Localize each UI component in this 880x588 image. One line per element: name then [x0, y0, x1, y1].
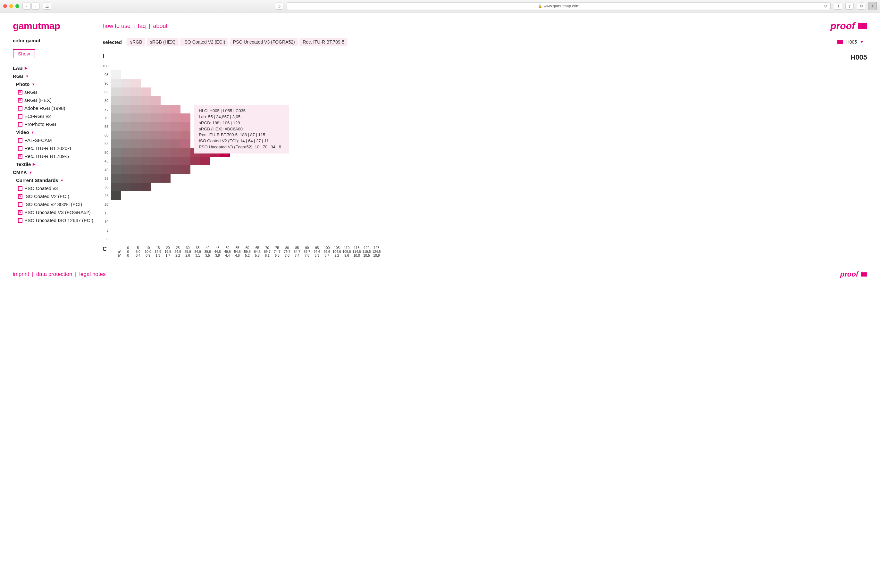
gamut-cell[interactable] [141, 140, 151, 148]
gamut-cell[interactable] [131, 183, 141, 191]
gamut-cell[interactable] [131, 79, 141, 87]
gamut-cell[interactable] [141, 96, 151, 105]
checkbox-srgb-hex[interactable]: sRGB (HEX) [13, 96, 96, 104]
gamut-cell[interactable] [171, 157, 180, 165]
gamut-cell[interactable] [141, 131, 151, 140]
checkbox-bt709[interactable]: Rec. ITU-R BT.709-5 [13, 152, 96, 160]
link-data-protection[interactable]: data protection [36, 271, 72, 277]
gamut-cell[interactable] [131, 140, 141, 148]
gamut-cell[interactable] [191, 157, 200, 165]
reader-button[interactable]: ☺ [275, 3, 284, 10]
gamut-cell[interactable] [141, 148, 151, 157]
gamut-cell[interactable] [180, 140, 191, 148]
gamut-cell[interactable] [121, 96, 131, 105]
gamut-cell[interactable] [151, 140, 161, 148]
gamut-cell[interactable] [151, 174, 161, 183]
tree-textile[interactable]: Textile▶ [13, 160, 96, 168]
share-button[interactable]: ⇪ [845, 3, 854, 10]
gamut-cell[interactable] [111, 165, 121, 174]
link-how-to-use[interactable]: how to use [102, 23, 131, 29]
gamut-cell[interactable] [111, 131, 121, 140]
gamut-cell[interactable] [111, 183, 121, 191]
chip-srgb[interactable]: sRGB [127, 38, 145, 46]
gamut-cell[interactable] [131, 105, 141, 113]
link-about[interactable]: about [153, 23, 168, 29]
hue-dropdown[interactable]: H005 ▼ [834, 38, 867, 46]
gamut-cell[interactable] [141, 122, 151, 131]
gamut-cell[interactable] [111, 174, 121, 183]
gamut-cell[interactable] [111, 70, 121, 79]
gamut-cell[interactable] [111, 148, 121, 157]
gamut-cell[interactable] [141, 157, 151, 165]
gamut-cell[interactable] [121, 174, 131, 183]
gamut-cell[interactable] [131, 113, 141, 122]
gamut-cell[interactable] [180, 148, 191, 157]
checkbox-pso-uncoated-iso[interactable]: PSO Uncoated ISO 12647 (ECI) [13, 216, 96, 224]
new-tab-button[interactable]: + [868, 2, 877, 10]
gamut-cell[interactable] [161, 165, 171, 174]
chip-pso-uncoated-v3-fogra52-[interactable]: PSO Uncoated V3 (FOGRA52) [230, 38, 298, 46]
proof-logo[interactable]: proof [830, 21, 867, 32]
gamut-cell[interactable] [151, 105, 161, 113]
chip-iso-coated-v2-eci-[interactable]: ISO Coated V2 (ECI) [180, 38, 228, 46]
gamut-cell[interactable] [121, 148, 131, 157]
gamut-cell[interactable] [171, 140, 180, 148]
checkbox-pso-uncoated[interactable]: PSO Uncoated V3 (FOGRA52) [13, 208, 96, 216]
gamut-cell[interactable] [151, 113, 161, 122]
download-button[interactable]: ⬇ [834, 3, 842, 10]
gamut-cell[interactable] [121, 165, 131, 174]
gamut-cell[interactable] [121, 131, 131, 140]
tabs-button[interactable]: ⧉ [857, 3, 865, 10]
gamut-cell[interactable] [141, 183, 151, 191]
gamut-cell[interactable] [121, 87, 131, 96]
checkbox-bt2020[interactable]: Rec. ITU-R BT.2020-1 [13, 144, 96, 152]
gamut-cell[interactable] [131, 148, 141, 157]
show-button[interactable]: Show [13, 49, 35, 58]
gamut-cell[interactable] [200, 157, 210, 165]
gamut-cell[interactable] [131, 131, 141, 140]
tree-photo[interactable]: Photo▼ [13, 80, 96, 88]
link-faq[interactable]: faq [138, 23, 146, 29]
gamut-cell[interactable] [151, 148, 161, 157]
gamut-cell[interactable] [171, 148, 180, 157]
gamut-cell[interactable] [151, 157, 161, 165]
address-bar[interactable]: 🔒 www.gamutmap.com ⟳ [287, 2, 830, 10]
gamut-cell[interactable] [141, 165, 151, 174]
checkbox-adobe-rgb[interactable]: Adobe RGB (1998) [13, 104, 96, 112]
gamut-cell[interactable] [161, 174, 171, 183]
gamut-cell[interactable] [131, 87, 141, 96]
gamut-cell[interactable] [141, 87, 151, 96]
gamut-cell[interactable] [141, 113, 151, 122]
gamut-cell[interactable] [131, 122, 141, 131]
gamut-cell[interactable] [121, 79, 131, 87]
gamut-cell[interactable] [141, 105, 151, 113]
checkbox-eci-rgb[interactable]: ECI-RGB v2 [13, 112, 96, 120]
gamut-cell[interactable] [131, 157, 141, 165]
link-legal[interactable]: legal notes [79, 271, 105, 277]
gamut-cell[interactable] [111, 87, 121, 96]
gamut-cell[interactable] [121, 157, 131, 165]
checkbox-prophoto[interactable]: ProPhoto RGB [13, 120, 96, 128]
chip-rec-itu-r-bt-709-5[interactable]: Rec. ITU-R BT.709-5 [299, 38, 347, 46]
gamut-cell[interactable] [141, 174, 151, 183]
zoom-window-icon[interactable] [15, 4, 19, 8]
tree-video[interactable]: Video▼ [13, 128, 96, 136]
checkbox-iso-coated-300[interactable]: ISO Coated v2 300% (ECI) [13, 200, 96, 208]
proof-logo-footer[interactable]: proof [840, 270, 867, 279]
gamut-cell[interactable] [171, 122, 180, 131]
gamut-cell[interactable] [161, 140, 171, 148]
checkbox-srgb[interactable]: sRGB [13, 88, 96, 96]
gamut-cell[interactable] [161, 157, 171, 165]
link-imprint[interactable]: imprint [13, 271, 29, 277]
gamut-cell[interactable] [111, 157, 121, 165]
gamut-cell[interactable] [180, 122, 191, 131]
gamut-cell[interactable] [111, 191, 121, 200]
gamut-cell[interactable] [180, 113, 191, 122]
gamut-cell[interactable] [180, 157, 191, 165]
gamut-cell[interactable] [161, 148, 171, 157]
gamut-cell[interactable] [121, 122, 131, 131]
gamut-cell[interactable] [171, 105, 180, 113]
gamut-cell[interactable] [161, 122, 171, 131]
gamut-cell[interactable] [171, 113, 180, 122]
gamut-cell[interactable] [121, 140, 131, 148]
